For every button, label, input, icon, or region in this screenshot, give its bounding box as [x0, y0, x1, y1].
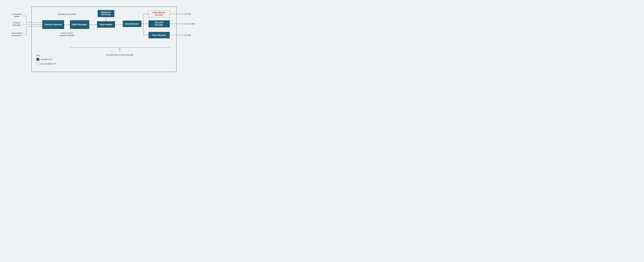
svg-marker-4: [96, 24, 96, 25]
output-ulsch: UL-SCH bits: [184, 23, 195, 25]
svg-marker-11: [182, 23, 183, 24]
block-sequence-generator-label: SequenceGenerator: [101, 11, 111, 15]
svg-marker-7: [147, 13, 148, 14]
block-small-blocks-decoder-label: Small BlocksDecoder: [153, 11, 166, 16]
legend-not-included-label: Not included in IP: [40, 63, 56, 65]
svg-marker-2: [41, 26, 42, 27]
input-channel-estimates: ChannelEstimates: [12, 22, 21, 26]
demux-fanout: [142, 13, 148, 35]
output-uci-bot: UCI bits: [184, 34, 191, 36]
svg-marker-3: [69, 24, 70, 25]
block-qam-demapper-label: QAM Demapper: [72, 23, 87, 26]
output-connectors: UCI bits UL-SCH bits UCI bits: [170, 13, 195, 36]
brace: [70, 47, 170, 50]
block-polar-decoder-label: Polar Decoder: [152, 34, 166, 36]
svg-marker-10: [182, 13, 183, 14]
brace-label: AccelerComm PUSCH Decoder: [106, 54, 134, 56]
legend-included-label: Included in IP: [40, 58, 52, 60]
svg-marker-9: [147, 35, 148, 35]
svg-marker-8: [147, 23, 148, 24]
legend: KEY Included in IP Not included in IP: [36, 54, 56, 65]
input-unequalised: UnequalisedIQ symbols: [11, 32, 22, 36]
annotation-equalised-iq: Equalised IQ symbols: [58, 13, 76, 15]
svg-marker-0: [41, 22, 42, 23]
input-connectors: [22, 16, 42, 35]
block-channel-equaliser-label: Channel Equaliser: [44, 23, 62, 26]
svg-marker-5: [106, 20, 106, 21]
block-tb-ldpc-decoder-label: TB LDPCDecoder: [154, 21, 164, 26]
annotation-inverse-noise: Inverse Noisevariance estimates: [59, 32, 75, 36]
input-covariance: CovarianceMatrix: [12, 13, 22, 17]
svg-marker-1: [41, 24, 42, 25]
block-descrambler-label: Descrambler: [100, 23, 112, 26]
output-uci-top: UCI bits: [184, 13, 191, 15]
svg-marker-12: [182, 35, 183, 35]
legend-included-swatch: [36, 58, 39, 61]
block-demultiplexer-label: Demultiplexer: [125, 23, 139, 25]
diagram-canvas: CovarianceMatrix ChannelEstimates Unequa…: [0, 0, 201, 77]
legend-title: KEY: [36, 54, 40, 56]
svg-marker-6: [122, 24, 122, 25]
legend-not-included-swatch: [36, 62, 39, 65]
